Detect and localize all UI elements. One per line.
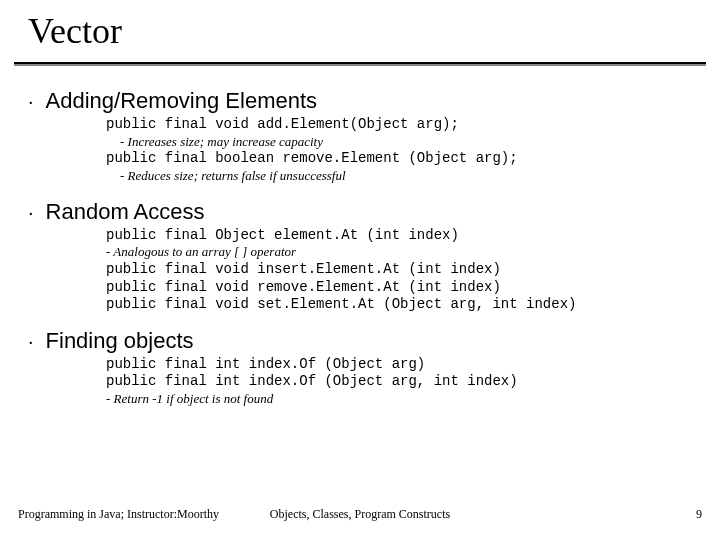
- code-line: public final void add.Element(Object arg…: [106, 116, 700, 134]
- slide-title: Vector: [0, 10, 720, 58]
- section-adding-removing: · Adding/Removing Elements public final …: [28, 88, 700, 185]
- bullet-icon: ·: [28, 91, 34, 111]
- footer-left: Programming in Java; Instructor:Moorthy: [18, 507, 219, 522]
- code-line: public final int index.Of (Object arg, i…: [106, 373, 700, 391]
- note-line: - Analogous to an array [ ] operator: [106, 244, 700, 261]
- section-header: · Adding/Removing Elements: [28, 88, 700, 114]
- section-finding-objects: · Finding objects public final int index…: [28, 328, 700, 408]
- code-line: public final int index.Of (Object arg): [106, 356, 700, 374]
- note-line: - Return -1 if object is not found: [106, 391, 700, 408]
- section-title: Adding/Removing Elements: [46, 88, 317, 114]
- note-line: - Reduces size; returns false if unsucce…: [120, 168, 700, 185]
- note-line: - Increases size; may increase capacity: [120, 134, 700, 151]
- footer-center: Objects, Classes, Program Constructs: [270, 507, 450, 522]
- slide: Vector · Adding/Removing Elements public…: [0, 0, 720, 540]
- code-line: public final void set.Element.At (Object…: [106, 296, 700, 314]
- code-line: public final void insert.Element.At (int…: [106, 261, 700, 279]
- bullet-icon: ·: [28, 331, 34, 351]
- section-title: Finding objects: [46, 328, 194, 354]
- slide-content: · Adding/Removing Elements public final …: [0, 66, 720, 408]
- section-title: Random Access: [46, 199, 205, 225]
- code-line: public final boolean remove.Element (Obj…: [106, 150, 700, 168]
- bullet-icon: ·: [28, 202, 34, 222]
- code-line: public final void remove.Element.At (int…: [106, 279, 700, 297]
- footer: Programming in Java; Instructor:Moorthy …: [0, 507, 720, 522]
- footer-page-number: 9: [696, 507, 702, 522]
- section-header: · Finding objects: [28, 328, 700, 354]
- section-header: · Random Access: [28, 199, 700, 225]
- code-line: public final Object element.At (int inde…: [106, 227, 700, 245]
- section-random-access: · Random Access public final Object elem…: [28, 199, 700, 314]
